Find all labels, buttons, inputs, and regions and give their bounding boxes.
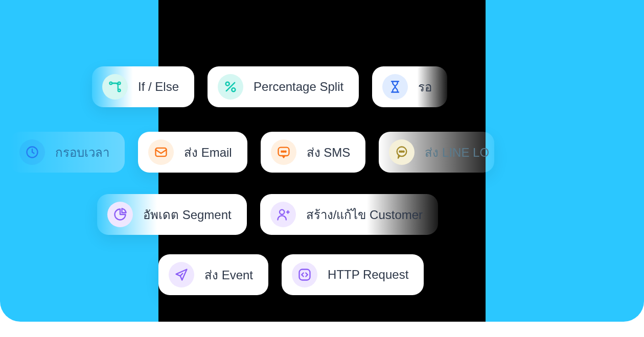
- action-row-3: อัพเดต Segment สร้าง/แก้ไข Customer: [0, 194, 644, 235]
- segment-chip[interactable]: อัพเดต Segment: [97, 194, 247, 235]
- sms-label: ส่ง SMS: [307, 142, 351, 162]
- hourglass-icon: [382, 74, 408, 100]
- email-icon: [148, 139, 174, 165]
- email-chip[interactable]: ส่ง Email: [138, 132, 247, 173]
- svg-rect-7: [156, 148, 167, 156]
- svg-point-11: [285, 151, 286, 152]
- code-icon: [292, 262, 317, 287]
- action-row-2: กรอบเวลา ส่ง Email ส่ง SMS ส่ง LINE LO: [0, 132, 644, 173]
- line-label: ส่ง LINE LO: [425, 142, 489, 162]
- percentage-split-label: Percentage Split: [254, 80, 343, 94]
- wait-label: รอ: [418, 77, 432, 97]
- clock-icon: [19, 139, 45, 165]
- if-else-label: If / Else: [138, 80, 179, 94]
- action-row-4: ส่ง Event HTTP Request: [0, 254, 644, 295]
- svg-point-14: [401, 151, 402, 152]
- action-row-1: If / Else Percentage Split รอ: [0, 66, 644, 107]
- svg-line-5: [226, 83, 235, 91]
- event-chip[interactable]: ส่ง Event: [158, 254, 268, 295]
- chat-icon: [389, 139, 415, 165]
- if-else-chip[interactable]: If / Else: [92, 66, 194, 107]
- pie-icon: [107, 202, 133, 227]
- sms-icon: [271, 139, 296, 165]
- sms-chip[interactable]: ส่ง SMS: [261, 132, 366, 173]
- send-icon: [169, 262, 194, 287]
- percent-icon: [218, 74, 243, 100]
- svg-point-10: [283, 151, 284, 152]
- svg-point-9: [281, 151, 282, 152]
- percentage-split-chip[interactable]: Percentage Split: [208, 66, 359, 107]
- branch-icon: [102, 74, 128, 100]
- user-plus-icon: [270, 202, 296, 227]
- svg-point-13: [400, 151, 401, 152]
- http-label: HTTP Request: [328, 268, 408, 282]
- svg-point-4: [232, 88, 235, 91]
- svg-rect-19: [300, 270, 310, 280]
- wait-chip[interactable]: รอ: [372, 66, 447, 107]
- segment-label: อัพเดต Segment: [143, 205, 232, 225]
- svg-point-3: [226, 82, 229, 86]
- email-label: ส่ง Email: [184, 142, 232, 162]
- timeframe-label: กรอบเวลา: [55, 142, 109, 162]
- customer-label: สร้าง/แก้ไข Customer: [306, 205, 423, 225]
- timeframe-chip[interactable]: กรอบเวลา: [9, 132, 125, 173]
- http-chip[interactable]: HTTP Request: [282, 254, 424, 295]
- svg-point-16: [280, 210, 284, 214]
- customer-chip[interactable]: สร้าง/แก้ไข Customer: [260, 194, 438, 235]
- event-label: ส่ง Event: [204, 265, 253, 285]
- svg-point-15: [403, 151, 404, 152]
- line-chip[interactable]: ส่ง LINE LO: [379, 132, 494, 173]
